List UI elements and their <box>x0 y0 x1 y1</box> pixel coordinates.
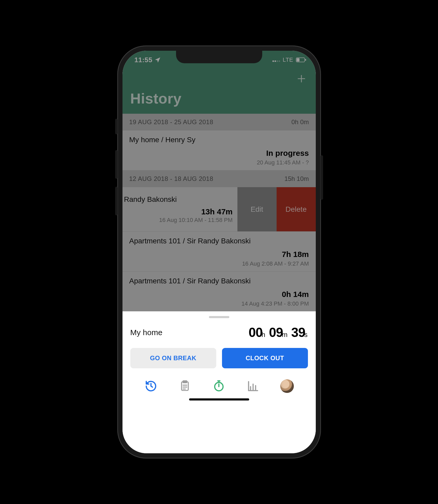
entry-time-range: 20 Aug 11:45 AM - ? <box>129 159 309 166</box>
entry-duration: 0h 14m <box>129 290 309 299</box>
side-button <box>115 119 118 134</box>
volume-up-button <box>115 150 118 179</box>
unit-seconds: s <box>304 331 307 339</box>
page-title: History <box>130 90 308 107</box>
timer-hours: 00 <box>249 325 263 340</box>
history-icon <box>145 380 157 392</box>
svg-rect-8 <box>183 381 187 382</box>
entry-duration: 7h 18m <box>129 250 309 259</box>
history-entry[interactable]: My home / Henry Sy In progress 20 Aug 11… <box>122 130 316 170</box>
current-location-label: My home <box>130 328 162 337</box>
clock-out-button[interactable]: CLOCK OUT <box>222 348 308 368</box>
entry-time-range: 16 Aug 2:08 AM - 9:27 AM <box>129 260 309 267</box>
week-header: 12 AUG 2018 - 18 AUG 2018 15h 10m <box>122 170 316 187</box>
drag-handle-icon[interactable] <box>209 316 229 318</box>
week-header: 19 AUG 2018 - 25 AUG 2018 0h 0m <box>122 114 316 130</box>
week-range-label: 12 AUG 2018 - 18 AUG 2018 <box>129 175 213 182</box>
entry-duration: In progress <box>129 149 309 158</box>
tab-reports[interactable] <box>245 378 261 394</box>
history-entry[interactable]: Apartments 101 / Sir Randy Bakonski 0h 1… <box>122 272 316 311</box>
dimmed-content: 11:55 LTE <box>122 51 316 311</box>
unit-minutes: m <box>282 331 287 339</box>
svg-point-2 <box>277 60 278 62</box>
entry-time-range: 16 Aug 10:10 AM - 11:58 PM <box>122 217 233 224</box>
entry-time-range: 14 Aug 4:23 PM - 8:00 PM <box>129 300 309 307</box>
tab-profile[interactable] <box>279 378 295 394</box>
svg-point-0 <box>272 60 274 62</box>
edit-button[interactable]: Edit <box>237 187 277 231</box>
battery-icon <box>296 58 306 62</box>
chart-icon <box>247 380 259 392</box>
entry-title: Randy Bakonski <box>122 195 233 204</box>
unit-hours: h <box>261 331 265 339</box>
timer-minutes: 09 <box>269 325 283 340</box>
timer-seconds: 39 <box>291 325 305 340</box>
notch <box>176 51 262 63</box>
plus-icon <box>296 74 306 84</box>
week-total: 15h 10m <box>284 175 309 182</box>
active-timer-panel: My home 00h 09m 39s GO ON BREAK CLOCK OU… <box>122 311 316 453</box>
volume-down-button <box>115 187 118 215</box>
entry-title: My home / Henry Sy <box>129 136 309 144</box>
stopwatch-icon <box>213 380 225 392</box>
tab-history[interactable] <box>143 378 159 394</box>
history-entry[interactable]: Apartments 101 / Sir Randy Bakonski 7h 1… <box>122 232 316 272</box>
app-header: History <box>122 69 316 114</box>
svg-point-1 <box>275 60 276 62</box>
week-total: 0h 0m <box>291 118 309 126</box>
device-frame: 11:55 LTE <box>117 45 321 459</box>
add-button[interactable] <box>296 74 306 84</box>
timer-display: 00h 09m 39s <box>249 325 308 340</box>
cell-signal-icon <box>272 58 280 62</box>
location-arrow-icon <box>155 57 160 62</box>
svg-rect-5 <box>305 59 306 61</box>
network-label: LTE <box>283 56 293 63</box>
svg-point-3 <box>279 60 280 62</box>
status-time: 11:55 <box>135 56 153 64</box>
week-range-label: 19 AUG 2018 - 25 AUG 2018 <box>129 118 213 126</box>
delete-button[interactable]: Delete <box>277 187 316 231</box>
power-button <box>320 155 323 200</box>
history-entry-swiped[interactable]: Randy Bakonski 13h 47m 16 Aug 10:10 AM -… <box>122 187 316 232</box>
tab-bar <box>130 374 308 398</box>
tab-tasks[interactable] <box>177 378 193 394</box>
entry-title: Apartments 101 / Sir Randy Bakonski <box>129 237 309 245</box>
tab-timer[interactable] <box>211 378 227 394</box>
avatar <box>280 379 294 393</box>
go-on-break-button[interactable]: GO ON BREAK <box>130 348 216 368</box>
screen: 11:55 LTE <box>122 51 316 453</box>
entry-title: Apartments 101 / Sir Randy Bakonski <box>129 277 309 285</box>
svg-rect-6 <box>296 58 299 62</box>
clipboard-icon <box>179 380 191 392</box>
entry-duration: 13h 47m <box>122 207 233 216</box>
home-indicator[interactable] <box>189 398 249 400</box>
